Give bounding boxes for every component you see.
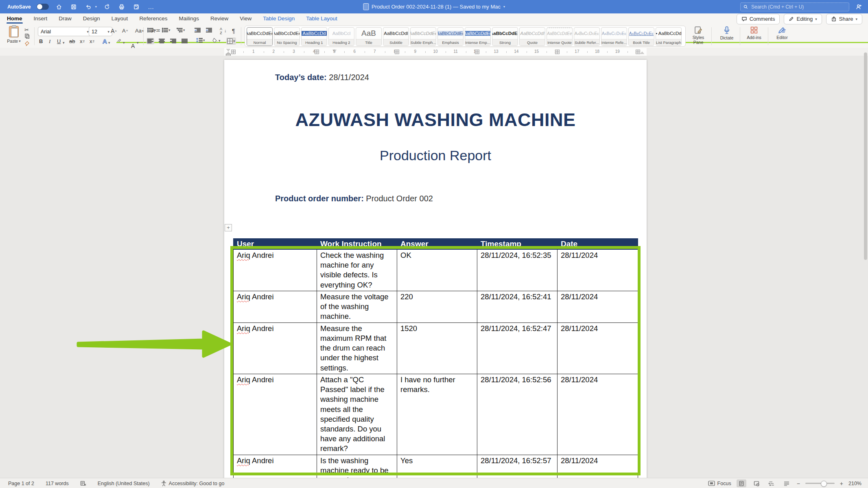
- tab-design[interactable]: Design: [83, 14, 101, 24]
- table-column-marker[interactable]: [231, 50, 236, 54]
- cell-user[interactable]: Ariq Andrei: [234, 250, 317, 291]
- text-effects-button[interactable]: A: [103, 38, 107, 45]
- autosave-toggle[interactable]: [37, 4, 49, 10]
- grow-font-button[interactable]: A˄: [111, 28, 117, 34]
- cell-answer[interactable]: OK: [397, 250, 477, 291]
- print-icon[interactable]: [117, 2, 126, 11]
- tab-draw[interactable]: Draw: [58, 14, 72, 24]
- text-effects-chevron-icon[interactable]: ▾: [108, 41, 110, 45]
- cell-timestamp[interactable]: 28/11/2024, 16:52:41: [477, 291, 558, 322]
- search-input[interactable]: [750, 4, 846, 10]
- cell-timestamp[interactable]: 28/11/2024, 16:52:35: [477, 250, 558, 291]
- editor-button[interactable]: Editor: [772, 26, 793, 46]
- highlight-chevron-icon[interactable]: ▾: [123, 41, 125, 45]
- multilevel-list-button[interactable]: ▾: [177, 28, 185, 33]
- zoom-percentage[interactable]: 210%: [848, 481, 861, 486]
- cell-date[interactable]: 28/11/2024: [558, 291, 638, 322]
- cell-timestamp[interactable]: 28/11/2024, 16:52:57: [477, 455, 558, 478]
- cell-date[interactable]: 28/11/2024: [558, 322, 638, 374]
- cell-answer[interactable]: I have no further remarks.: [397, 374, 477, 455]
- style-intense-quote[interactable]: AaBbCcDdEeIntense Quote: [547, 27, 573, 46]
- style-book-title[interactable]: AaBbCcDdEeBook Title: [628, 27, 654, 46]
- cell-timestamp[interactable]: 28/11/2024, 16:52:56: [477, 374, 558, 455]
- home-icon[interactable]: [55, 2, 63, 11]
- cut-icon[interactable]: ✂: [24, 27, 29, 33]
- table-move-handle[interactable]: +: [225, 224, 232, 231]
- style-strong[interactable]: AaBbCcDdEeStrong: [492, 27, 518, 46]
- page-indicator[interactable]: Page 1 of 2: [8, 481, 34, 486]
- tab-references[interactable]: References: [139, 14, 168, 24]
- cell-answer[interactable]: 1520: [397, 322, 477, 374]
- col-header-date[interactable]: Date: [558, 239, 638, 250]
- zoom-slider[interactable]: [805, 483, 835, 484]
- print-layout-view-button[interactable]: [737, 479, 746, 487]
- underline-chevron-icon[interactable]: ▾: [63, 41, 65, 45]
- zoom-slider-knob[interactable]: [821, 481, 827, 487]
- sort-button[interactable]: AZ: [220, 27, 222, 35]
- style-normal[interactable]: AaBbCcDdEeNormal: [247, 27, 273, 46]
- language-indicator[interactable]: English (United States): [98, 481, 150, 486]
- paste-button[interactable]: Paste▾: [4, 26, 24, 46]
- style-subtle-emphasis[interactable]: AaBbCcDdEeSubtle Emph...: [410, 27, 436, 46]
- focus-mode-button[interactable]: Focus: [708, 481, 731, 486]
- cell-instruction[interactable]: Check the washing machine for any visibl…: [317, 250, 397, 291]
- tab-home[interactable]: Home: [7, 14, 23, 24]
- style-quote[interactable]: AaBbCcDdlQuote: [519, 27, 545, 46]
- style-no-spacing[interactable]: AaBbCcDdEeNo Spacing: [274, 27, 300, 46]
- right-indent-marker[interactable]: [640, 52, 644, 54]
- change-case-button[interactable]: Aa▾: [135, 28, 144, 34]
- col-header-user[interactable]: User: [234, 239, 317, 250]
- table-column-marker[interactable]: [636, 50, 640, 54]
- italic-button[interactable]: I: [49, 38, 50, 45]
- tab-layout[interactable]: Layout: [111, 14, 129, 24]
- cell-user[interactable]: Ariq Andrei: [234, 291, 317, 322]
- editing-mode-button[interactable]: Editing ▾: [784, 14, 822, 24]
- style-heading-2[interactable]: AaBbCclHeading 2: [328, 27, 354, 46]
- align-center-button[interactable]: [158, 38, 166, 44]
- cell-instruction[interactable]: Is the washing machine ready to be sent …: [317, 455, 397, 478]
- cell-instruction[interactable]: Measure the maximum RPM that the drum ca…: [317, 322, 397, 374]
- cell-instruction[interactable]: Attach a "QC Passed" label if the washin…: [317, 374, 397, 455]
- cell-answer[interactable]: 220: [397, 291, 477, 322]
- strikethrough-button[interactable]: ab: [69, 38, 75, 44]
- dictate-button[interactable]: Dictate: [716, 26, 737, 46]
- tab-review[interactable]: Review: [210, 14, 229, 24]
- font-name-select[interactable]: Arial▾: [38, 27, 92, 36]
- undo-chevron-icon[interactable]: ▾: [95, 5, 97, 9]
- accessibility-status[interactable]: Accessibility: Good to go: [161, 481, 225, 486]
- cell-timestamp[interactable]: 28/11/2024, 16:52:47: [477, 322, 558, 374]
- quick-save-icon[interactable]: [132, 2, 141, 11]
- cell-date[interactable]: 28/11/2024: [558, 455, 638, 478]
- cell-instruction[interactable]: Measure the voltage of the washing machi…: [317, 291, 397, 322]
- search-box[interactable]: [740, 2, 849, 11]
- numbering-button[interactable]: ▾: [162, 28, 171, 33]
- subscript-button[interactable]: x2: [80, 38, 85, 44]
- zoom-in-button[interactable]: +: [840, 480, 843, 487]
- styles-pane-button[interactable]: Styles Pane: [688, 26, 709, 46]
- vertical-scrollbar-thumb[interactable]: [864, 52, 867, 260]
- copy-icon[interactable]: [24, 33, 30, 39]
- document-page[interactable]: Today’s date: 28/11/2024 AZUWASH WASHING…: [224, 60, 647, 478]
- horizontal-ruler[interactable]: 1234567891011121314151617181920: [0, 48, 868, 56]
- col-header-work-instruction[interactable]: Work Instruction: [317, 239, 397, 250]
- tab-table-design[interactable]: Table Design: [262, 14, 295, 24]
- outline-view-button[interactable]: [767, 479, 776, 487]
- tab-mailings[interactable]: Mailings: [178, 14, 199, 24]
- underline-button[interactable]: U: [57, 38, 61, 44]
- share-button[interactable]: Share ▾: [826, 14, 862, 24]
- format-painter-icon[interactable]: [24, 41, 30, 46]
- word-count[interactable]: 117 words: [46, 481, 69, 486]
- style-subtle-reference[interactable]: AaBbCcDdEeSubtle Refer...: [574, 27, 600, 46]
- tab-insert[interactable]: Insert: [33, 14, 48, 24]
- undo-icon[interactable]: [84, 2, 93, 11]
- cell-user[interactable]: Ariq Andrei: [234, 322, 317, 374]
- cell-user[interactable]: Ariq Andrei: [234, 374, 317, 455]
- style-list-paragraph[interactable]: • AaBbCcDdList Paragraph: [656, 27, 682, 46]
- font-size-select[interactable]: 12▾: [89, 27, 112, 36]
- more-commands-icon[interactable]: …: [146, 2, 155, 11]
- redo-icon[interactable]: [103, 2, 112, 11]
- add-ins-button[interactable]: Add-ins: [743, 26, 765, 46]
- first-line-indent-marker[interactable]: [226, 49, 230, 51]
- table-column-marker[interactable]: [475, 50, 479, 54]
- web-layout-view-button[interactable]: [752, 479, 761, 487]
